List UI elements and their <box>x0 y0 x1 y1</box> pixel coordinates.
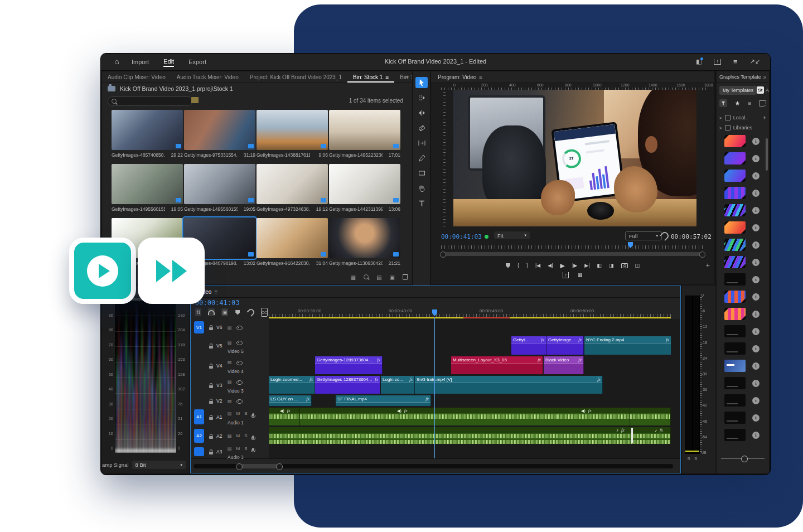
bin-item[interactable]: GettyImages-975331554...31:19 <box>184 110 255 158</box>
track-lock-icon[interactable] <box>209 361 213 371</box>
bin-item[interactable]: GettyImages-485740850...29:22 <box>112 110 183 158</box>
track-output-eye-icon[interactable] <box>236 322 243 332</box>
sync-lock-icon[interactable]: ▤ <box>228 399 232 404</box>
track-lane[interactable] <box>269 375 680 395</box>
template-item[interactable]: i <box>724 135 760 147</box>
template-item[interactable]: i <box>724 221 760 234</box>
info-icon[interactable]: i <box>752 414 760 422</box>
info-icon[interactable]: i <box>752 241 760 249</box>
bin-search-input[interactable] <box>108 96 192 106</box>
bin-item[interactable]: GettyImages-1130630420...21:21 <box>329 218 400 266</box>
info-icon[interactable]: i <box>752 328 760 335</box>
info-icon[interactable]: i <box>752 138 760 145</box>
template-item[interactable]: i <box>724 377 760 389</box>
scrollbar-handle-right[interactable] <box>276 463 283 470</box>
menu-tab-import[interactable]: Import <box>132 57 149 66</box>
gt-tree-item[interactable]: >Libraries <box>719 123 766 133</box>
settings-wrench-icon[interactable] <box>248 308 254 316</box>
info-icon[interactable]: i <box>752 155 760 162</box>
gt-tree-item[interactable]: >Local..+ <box>719 113 766 123</box>
share-icon[interactable]: ↑ <box>714 59 721 65</box>
template-item[interactable]: i <box>724 412 760 424</box>
track-lock-icon[interactable] <box>209 380 213 390</box>
track-output-eye-icon[interactable] <box>236 357 243 367</box>
template-item[interactable]: i <box>724 394 760 407</box>
slip-tool[interactable] <box>415 137 428 148</box>
zoom-level-dropdown[interactable]: Fit▾ <box>494 231 530 239</box>
track-lock-icon[interactable] <box>209 341 213 351</box>
bin-item-thumbnail[interactable] <box>257 218 328 258</box>
selection-tool[interactable] <box>415 77 428 88</box>
template-thumbnail[interactable] <box>724 394 746 407</box>
info-icon[interactable]: i <box>752 345 760 352</box>
template-item[interactable]: i <box>724 360 760 372</box>
template-thumbnail[interactable] <box>724 273 746 286</box>
track-lock-icon[interactable] <box>209 322 213 332</box>
timeline-ruler[interactable]: 00:00:35:0000:00:40:0000:00:45:0000:00:5… <box>269 308 673 317</box>
track-lane[interactable] <box>269 356 680 375</box>
add-button[interactable]: + <box>705 261 710 269</box>
razor-tool[interactable] <box>415 122 428 133</box>
track-output-eye-icon[interactable] <box>236 337 243 347</box>
sync-lock-icon[interactable]: ▤ <box>228 360 232 365</box>
timeline-scrollbar[interactable] <box>194 464 673 468</box>
mark-out-icon[interactable]: } <box>526 263 528 268</box>
bin-tab[interactable]: Bin: STOCK 2 <box>394 71 412 83</box>
checkbox[interactable] <box>725 125 731 130</box>
gt-scrollbar[interactable] <box>766 138 768 171</box>
search-bin-icon[interactable] <box>191 97 199 103</box>
new-bin-icon[interactable]: ▣ <box>390 274 395 280</box>
bin-item-thumbnail[interactable] <box>329 218 400 258</box>
track-output-eye-icon[interactable] <box>236 396 243 406</box>
bin-item-thumbnail[interactable] <box>329 110 400 150</box>
install-motion-graphics-icon[interactable]: + <box>759 100 766 107</box>
chevron-right-icon[interactable]: > <box>719 115 722 120</box>
template-thumbnail[interactable] <box>724 204 746 216</box>
sync-lock-icon[interactable]: ▤ <box>228 446 232 451</box>
add-icon[interactable]: + <box>763 115 766 121</box>
template-thumbnail[interactable] <box>724 239 746 251</box>
track-lane[interactable] <box>269 407 680 427</box>
bin-up-icon[interactable] <box>108 86 115 91</box>
go-to-out-icon[interactable]: ▶| <box>584 263 589 268</box>
template-thumbnail[interactable] <box>724 325 746 337</box>
track-lock-icon[interactable] <box>209 431 213 441</box>
track-lane[interactable] <box>269 395 680 407</box>
bin-overflow-icon[interactable]: » <box>405 73 409 80</box>
solo-button[interactable]: S <box>244 446 247 451</box>
mark-in-icon[interactable]: { <box>517 263 519 268</box>
solo-right-button[interactable]: S <box>694 456 697 461</box>
add-marker-icon[interactable] <box>235 308 241 316</box>
tab-graphics-templates[interactable]: Graphics Templates <box>719 74 761 80</box>
info-icon[interactable]: i <box>752 276 760 283</box>
track-lane[interactable] <box>269 445 680 458</box>
fullscreen-icon[interactable]: ↗↙ <box>750 58 760 65</box>
filter-icon[interactable] <box>719 99 727 107</box>
go-to-in-icon[interactable]: |◀ <box>535 263 540 268</box>
template-thumbnail[interactable] <box>724 256 746 268</box>
snap-icon[interactable] <box>208 308 215 316</box>
info-icon[interactable]: i <box>752 311 760 318</box>
step-back-icon[interactable]: ◀| <box>548 263 553 268</box>
star-icon[interactable]: ★ <box>735 100 741 107</box>
track-lock-icon[interactable] <box>209 447 213 457</box>
home-icon[interactable]: ⌂ <box>114 57 119 66</box>
template-thumbnail[interactable] <box>724 152 746 165</box>
sync-lock-icon[interactable]: ▤ <box>228 379 232 384</box>
thumbnail-view-icon[interactable]: ▦ <box>351 274 356 280</box>
info-icon[interactable]: i <box>752 172 760 180</box>
template-item[interactable]: i <box>724 170 760 182</box>
panel-toggle-icon[interactable]: ◧ <box>696 58 702 65</box>
panel-menu-icon[interactable]: ≡ <box>385 74 389 80</box>
extract-icon[interactable]: ◨ <box>609 263 614 268</box>
linked-selection-icon[interactable]: ▣ <box>221 308 228 316</box>
insert-overwrite-icon[interactable]: ⇅ <box>195 308 201 316</box>
solo-button[interactable]: S <box>244 433 247 438</box>
checkbox[interactable] <box>725 115 731 120</box>
lift-icon[interactable]: ◧ <box>597 263 602 268</box>
gt-size-slider[interactable] <box>721 458 765 459</box>
bin-tab[interactable]: Audio Track Mixer: Video <box>171 71 244 83</box>
source-patch-badge[interactable] <box>194 447 204 456</box>
bin-item[interactable]: GettyImages-916422030...31:04 <box>257 218 328 266</box>
source-patch-badge[interactable] <box>194 378 204 393</box>
